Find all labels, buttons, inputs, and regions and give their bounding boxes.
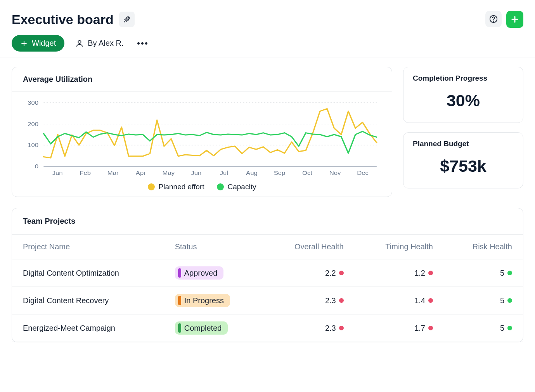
status-cell: In Progress	[164, 287, 263, 314]
table-header[interactable]: Project Name	[12, 235, 164, 259]
svg-point-5	[145, 42, 147, 45]
svg-text:100: 100	[28, 142, 38, 148]
status-bar-icon	[178, 296, 181, 305]
status-label: Completed	[184, 324, 222, 333]
health-dot-icon	[339, 271, 344, 275]
plus-icon	[510, 15, 519, 24]
page-title: Executive board	[12, 12, 114, 27]
projects-table-card: Team Projects Project NameStatusOverall …	[12, 208, 523, 342]
svg-point-4	[141, 42, 144, 45]
budget-value: $753k	[413, 154, 514, 181]
author-label[interactable]: By Alex R.	[75, 39, 123, 48]
utilization-chart: 0100200300JanFebMarAprMayJunJulAugSepOct…	[23, 100, 381, 177]
health-value: 5	[500, 269, 504, 278]
health-value: 5	[500, 296, 504, 305]
pin-icon	[123, 16, 131, 23]
svg-point-3	[137, 42, 140, 45]
project-name-cell: Digital Content Recovery	[12, 287, 164, 314]
timing-health-cell: 1.2	[355, 259, 444, 287]
svg-text:Jan: Jan	[52, 170, 63, 176]
table-row[interactable]: Energized-Meet CampaignCompleted2.31.75	[12, 314, 523, 342]
health-dot-icon	[428, 271, 433, 275]
more-button[interactable]	[135, 38, 150, 48]
status-label: Approved	[184, 269, 218, 278]
timing-health-cell: 1.7	[355, 314, 444, 342]
health-dot-icon	[339, 298, 344, 303]
completion-title: Completion Progress	[413, 74, 514, 83]
svg-text:Apr: Apr	[136, 170, 146, 176]
health-dot-icon	[507, 298, 512, 303]
table-header[interactable]: Overall Health	[263, 235, 355, 259]
completion-value: 30%	[413, 88, 514, 116]
legend-dot-icon	[148, 183, 155, 190]
legend-dot-icon	[217, 183, 224, 190]
status-label: In Progress	[184, 296, 224, 305]
add-button[interactable]	[506, 11, 523, 28]
projects-table: Project NameStatusOverall HealthTiming H…	[12, 235, 523, 342]
risk-health-cell: 5	[444, 314, 523, 342]
project-name-cell: Energized-Meet Campaign	[12, 314, 164, 342]
legend-item[interactable]: Capacity	[217, 183, 256, 191]
table-header[interactable]: Risk Health	[444, 235, 523, 259]
health-dot-icon	[507, 326, 512, 330]
user-icon	[75, 39, 84, 48]
status-pill[interactable]: Approved	[175, 266, 224, 280]
svg-text:Mar: Mar	[107, 170, 119, 176]
health-value: 5	[500, 324, 504, 333]
status-pill[interactable]: In Progress	[175, 294, 230, 307]
projects-table-title: Team Projects	[12, 208, 523, 235]
health-value: 2.2	[325, 269, 336, 278]
table-header[interactable]: Timing Health	[355, 235, 444, 259]
health-value: 1.4	[414, 296, 425, 305]
table-header[interactable]: Status	[164, 235, 263, 259]
risk-health-cell: 5	[444, 259, 523, 287]
svg-text:May: May	[163, 170, 175, 176]
svg-text:200: 200	[28, 121, 38, 127]
author-text: By Alex R.	[88, 39, 123, 48]
timing-health-cell: 1.4	[355, 287, 444, 314]
status-cell: Approved	[164, 259, 263, 287]
svg-point-1	[493, 21, 494, 21]
legend-label: Planned effort	[159, 183, 204, 191]
budget-card: Planned Budget $753k	[403, 132, 523, 188]
svg-text:Sep: Sep	[274, 170, 286, 176]
health-value: 2.3	[325, 324, 336, 333]
health-dot-icon	[428, 326, 433, 330]
svg-text:Oct: Oct	[302, 170, 313, 176]
more-icon	[137, 42, 148, 45]
widget-button-label: Widget	[32, 39, 56, 48]
health-value: 1.2	[414, 269, 425, 278]
pin-button[interactable]	[119, 12, 135, 27]
help-icon	[489, 15, 498, 23]
table-row[interactable]: Digital Content OptimizationApproved2.21…	[12, 259, 523, 287]
legend-item[interactable]: Planned effort	[148, 183, 204, 191]
utilization-chart-card: Average Utilization 0100200300JanFebMarA…	[12, 67, 392, 197]
health-value: 2.3	[325, 296, 336, 305]
overall-health-cell: 2.3	[263, 287, 355, 314]
table-row[interactable]: Digital Content RecoveryIn Progress2.31.…	[12, 287, 523, 314]
project-name-cell: Digital Content Optimization	[12, 259, 164, 287]
completion-card: Completion Progress 30%	[403, 67, 523, 123]
health-dot-icon	[339, 326, 344, 330]
svg-point-2	[78, 40, 81, 43]
overall-health-cell: 2.2	[263, 259, 355, 287]
svg-text:300: 300	[28, 100, 38, 106]
svg-text:Jul: Jul	[220, 170, 228, 176]
svg-text:Aug: Aug	[246, 170, 258, 176]
svg-text:Nov: Nov	[329, 170, 341, 176]
health-dot-icon	[507, 271, 512, 275]
svg-text:Feb: Feb	[80, 170, 91, 176]
chart-legend: Planned effortCapacity	[23, 183, 381, 191]
health-value: 1.7	[414, 324, 425, 333]
status-bar-icon	[178, 268, 181, 278]
health-dot-icon	[428, 298, 433, 303]
chart-title: Average Utilization	[12, 67, 392, 92]
svg-text:0: 0	[35, 163, 38, 169]
status-pill[interactable]: Completed	[175, 321, 228, 335]
help-button[interactable]	[485, 11, 502, 27]
status-bar-icon	[178, 323, 181, 333]
svg-text:Dec: Dec	[357, 170, 369, 176]
plus-icon	[20, 40, 28, 47]
widget-button[interactable]: Widget	[12, 35, 64, 52]
legend-label: Capacity	[228, 183, 256, 191]
